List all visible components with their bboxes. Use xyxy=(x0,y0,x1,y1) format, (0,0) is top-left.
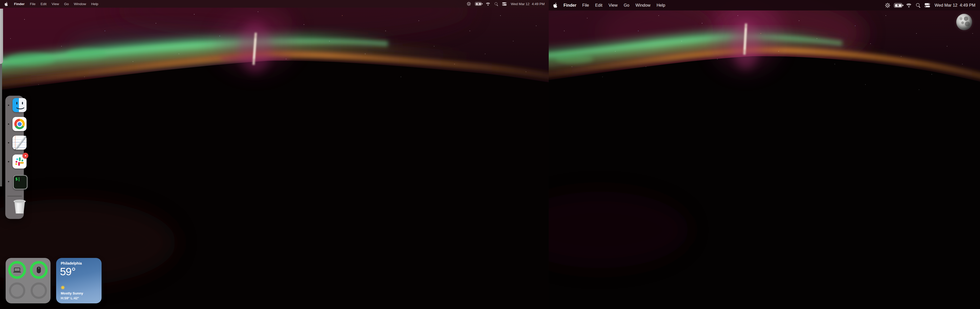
running-indicator xyxy=(8,123,9,124)
dock-item-slack[interactable] xyxy=(13,154,27,169)
running-indicator xyxy=(8,181,9,182)
weather-high-low: H:59° L:42° xyxy=(61,296,79,300)
clock-date: Wed Mar 12 xyxy=(935,3,958,8)
slack-icon xyxy=(13,154,27,169)
search-icon[interactable] xyxy=(494,2,498,6)
menu-app-name[interactable]: Finder xyxy=(561,3,579,8)
battery-ring-empty xyxy=(30,282,47,299)
running-indicator xyxy=(8,161,9,162)
display-right: Finder FileEditViewGoWindowHelp Wed Mar … xyxy=(549,0,980,309)
menu-item-window[interactable]: Window xyxy=(71,2,89,6)
apple-menu[interactable] xyxy=(549,0,561,11)
apple-menu[interactable] xyxy=(0,0,11,8)
dock: $| xyxy=(5,96,24,219)
menu-item-go[interactable]: Go xyxy=(62,2,71,6)
weather-temperature: 59° xyxy=(60,266,76,278)
menu-item-edit[interactable]: Edit xyxy=(38,2,49,6)
offscreen-window-edge-lower[interactable] xyxy=(0,64,2,186)
battery-widget[interactable] xyxy=(6,258,51,303)
battery-charging-icon[interactable] xyxy=(475,2,482,6)
wifi-icon[interactable] xyxy=(486,2,490,6)
moon-in-wallpaper xyxy=(956,14,972,30)
battery-charging-icon[interactable] xyxy=(894,3,902,7)
weather-condition: Mostly Sunny xyxy=(61,291,83,295)
menu-bar-right: Finder FileEditViewGoWindowHelp Wed Mar … xyxy=(549,0,980,11)
menu-item-help[interactable]: Help xyxy=(89,2,101,6)
weather-city: Philadelphia xyxy=(61,261,82,265)
menu-item-view[interactable]: View xyxy=(49,2,62,6)
battery-ring-mouse xyxy=(30,261,48,279)
battery-ring-empty xyxy=(9,282,25,299)
chrome-icon xyxy=(13,117,27,131)
menu-app-name[interactable]: Finder xyxy=(11,2,27,6)
menu-item-edit[interactable]: Edit xyxy=(592,3,605,8)
laptop-icon xyxy=(13,268,21,272)
menu-item-view[interactable]: View xyxy=(605,3,620,8)
clock-time: 4:49 PM xyxy=(960,3,975,8)
dock-item-trash[interactable] xyxy=(13,199,27,215)
dock-item-chrome[interactable] xyxy=(13,117,27,131)
offscreen-window-edge[interactable] xyxy=(0,9,3,64)
menu-item-file[interactable]: File xyxy=(579,3,592,8)
menu-item-window[interactable]: Window xyxy=(632,3,654,8)
sun-icon xyxy=(61,285,65,290)
mouse-icon xyxy=(37,267,41,273)
dock-item-finder[interactable] xyxy=(13,98,27,112)
menu-item-help[interactable]: Help xyxy=(654,3,668,8)
display-left: Finder FileEditViewGoWindowHelp Wed Mar … xyxy=(0,0,549,309)
dock-item-terminal[interactable]: $| xyxy=(13,174,27,188)
menu-bar-left: Finder FileEditViewGoWindowHelp Wed Mar … xyxy=(0,0,549,8)
finder-icon xyxy=(13,98,27,112)
clock-time: 4:49 PM xyxy=(532,2,545,6)
running-indicator xyxy=(8,104,9,106)
textedit-icon xyxy=(13,135,27,150)
weather-widget[interactable]: Philadelphia 59° Mostly Sunny H:59° L:42… xyxy=(56,258,102,303)
display-settings-icon[interactable] xyxy=(467,2,471,6)
terminal-icon: $| xyxy=(13,175,27,190)
wifi-icon[interactable] xyxy=(906,3,912,7)
menu-bar-clock[interactable]: Wed Mar 12 4:49 PM xyxy=(509,2,549,6)
clock-date: Wed Mar 12 xyxy=(511,2,529,6)
menu-item-go[interactable]: Go xyxy=(620,3,632,8)
search-icon[interactable] xyxy=(916,3,920,7)
display-settings-icon[interactable] xyxy=(885,3,890,8)
trash-icon xyxy=(13,199,27,215)
running-indicator xyxy=(8,142,9,143)
desktop: Finder FileEditViewGoWindowHelp Wed Mar … xyxy=(0,0,980,309)
dock-item-textedit[interactable] xyxy=(13,135,27,150)
aurora-wallpaper xyxy=(549,0,980,309)
notification-badge xyxy=(22,153,28,159)
dock-separator xyxy=(7,196,22,196)
menu-bar-clock[interactable]: Wed Mar 12 4:49 PM xyxy=(932,3,980,8)
control-center-icon[interactable] xyxy=(924,3,930,7)
menu-item-file[interactable]: File xyxy=(27,2,38,6)
battery-ring-laptop xyxy=(8,261,26,279)
control-center-icon[interactable] xyxy=(502,2,507,6)
